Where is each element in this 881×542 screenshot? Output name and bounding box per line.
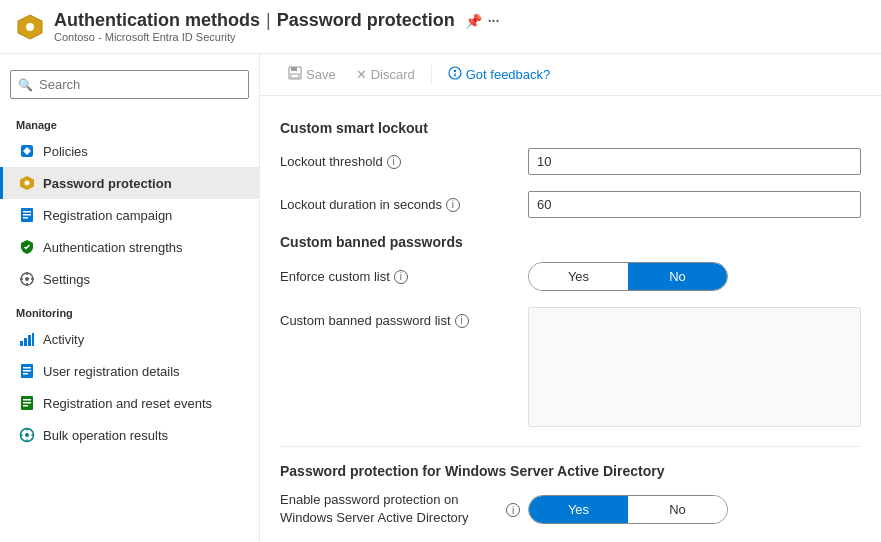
svg-rect-17 [24, 338, 27, 346]
svg-rect-32 [20, 434, 23, 436]
save-icon [288, 66, 302, 83]
manage-section-label: Manage [0, 107, 259, 135]
banned-passwords-title: Custom banned passwords [280, 234, 861, 250]
auth-strengths-icon [19, 239, 35, 255]
registration-campaign-icon [19, 207, 35, 223]
save-button[interactable]: Save [280, 62, 344, 87]
lockout-threshold-row: Lockout threshold i [280, 148, 861, 175]
enforce-custom-label: Enforce custom list i [280, 269, 520, 284]
toolbar: Save ✕ Discard Got feedback? [260, 54, 881, 96]
lockout-threshold-control [528, 148, 861, 175]
svg-rect-12 [26, 272, 28, 275]
banned-list-control [528, 307, 861, 430]
monitoring-section-label: Monitoring [0, 295, 259, 323]
enforce-yes-button[interactable]: Yes [529, 263, 628, 290]
search-container: 🔍 « [10, 70, 249, 99]
svg-rect-22 [23, 370, 31, 372]
lockout-threshold-input[interactable] [528, 148, 861, 175]
enable-protection-control: Yes No [528, 495, 861, 524]
pin-icon[interactable]: 📌 [465, 13, 482, 29]
sidebar-item-reg-reset[interactable]: Registration and reset events [0, 387, 259, 419]
banned-list-textarea[interactable] [528, 307, 861, 427]
sidebar-item-settings-label: Settings [43, 272, 90, 287]
lockout-threshold-info-icon[interactable]: i [387, 155, 401, 169]
sidebar-item-password-protection-label: Password protection [43, 176, 172, 191]
svg-rect-36 [291, 74, 299, 78]
svg-point-38 [454, 70, 456, 72]
sidebar-item-policies[interactable]: Policies [0, 135, 259, 167]
svg-rect-21 [23, 367, 31, 369]
svg-rect-15 [31, 278, 34, 280]
lockout-duration-row: Lockout duration in seconds i [280, 191, 861, 218]
discard-icon: ✕ [356, 67, 367, 82]
sidebar-item-bulk-label: Bulk operation results [43, 428, 168, 443]
feedback-button[interactable]: Got feedback? [440, 62, 559, 87]
sidebar-item-auth-strengths-label: Authentication strengths [43, 240, 182, 255]
svg-rect-23 [23, 373, 28, 375]
search-icon: 🔍 [18, 78, 33, 92]
bulk-icon [19, 427, 35, 443]
sidebar-item-activity[interactable]: Activity [0, 323, 259, 355]
reg-reset-icon [19, 395, 35, 411]
sidebar-item-auth-strengths[interactable]: Authentication strengths [0, 231, 259, 263]
lockout-threshold-label: Lockout threshold i [280, 154, 520, 169]
sidebar-item-registration-campaign[interactable]: Registration campaign [0, 199, 259, 231]
header-subtitle: Contoso - Microsoft Entra ID Security [54, 31, 499, 43]
sidebar-item-activity-label: Activity [43, 332, 84, 347]
sidebar-item-policies-label: Policies [43, 144, 88, 159]
more-icon[interactable]: ··· [488, 13, 500, 29]
enforce-custom-control: Yes No [528, 262, 861, 291]
svg-rect-25 [23, 399, 31, 401]
enable-protection-label: Enable password protection on Windows Se… [280, 491, 520, 527]
lockout-duration-label: Lockout duration in seconds i [280, 197, 520, 212]
windows-ad-title: Password protection for Windows Server A… [280, 463, 861, 479]
smart-lockout-title: Custom smart lockout [280, 120, 861, 136]
banned-list-info-icon[interactable]: i [455, 314, 469, 328]
enforce-no-button[interactable]: No [628, 263, 727, 290]
svg-rect-14 [20, 278, 23, 280]
sidebar-item-user-registration[interactable]: User registration details [0, 355, 259, 387]
svg-rect-33 [32, 434, 35, 436]
svg-rect-35 [291, 67, 297, 71]
lockout-duration-info-icon[interactable]: i [446, 198, 460, 212]
header-icon [16, 13, 44, 41]
banned-list-label: Custom banned password list i [280, 307, 520, 328]
svg-point-11 [25, 277, 29, 281]
header-title: Authentication methods | Password protec… [54, 10, 499, 31]
svg-rect-7 [23, 211, 31, 213]
svg-rect-13 [26, 283, 28, 286]
sidebar: 🔍 « Manage Policies Password protection … [0, 54, 260, 542]
svg-point-1 [26, 23, 34, 31]
svg-rect-8 [23, 214, 31, 216]
svg-rect-9 [23, 217, 28, 219]
enable-protection-info-icon[interactable]: i [506, 503, 520, 517]
header-titles: Authentication methods | Password protec… [54, 10, 499, 43]
enforce-custom-toggle: Yes No [528, 262, 728, 291]
svg-rect-27 [23, 405, 28, 407]
toolbar-separator [431, 65, 432, 85]
password-protection-icon [19, 175, 35, 191]
lockout-duration-control [528, 191, 861, 218]
svg-rect-26 [23, 402, 31, 404]
user-registration-icon [19, 363, 35, 379]
enable-protection-toggle: Yes No [528, 495, 728, 524]
svg-rect-31 [26, 440, 28, 443]
discard-button[interactable]: ✕ Discard [348, 63, 423, 86]
search-input[interactable] [10, 70, 249, 99]
sidebar-item-password-protection[interactable]: Password protection [0, 167, 259, 199]
enforce-custom-info-icon[interactable]: i [394, 270, 408, 284]
svg-rect-18 [28, 335, 31, 346]
enable-no-button[interactable]: No [628, 496, 727, 523]
svg-rect-30 [26, 428, 28, 431]
enable-yes-button[interactable]: Yes [529, 496, 628, 523]
feedback-icon [448, 66, 462, 83]
sidebar-item-settings[interactable]: Settings [0, 263, 259, 295]
sidebar-item-user-reg-label: User registration details [43, 364, 180, 379]
main-layout: 🔍 « Manage Policies Password protection … [0, 54, 881, 542]
sidebar-item-registration-label: Registration campaign [43, 208, 172, 223]
svg-rect-19 [32, 333, 34, 346]
sidebar-item-bulk[interactable]: Bulk operation results [0, 419, 259, 451]
activity-icon [19, 331, 35, 347]
page-header: Authentication methods | Password protec… [0, 0, 881, 54]
lockout-duration-input[interactable] [528, 191, 861, 218]
